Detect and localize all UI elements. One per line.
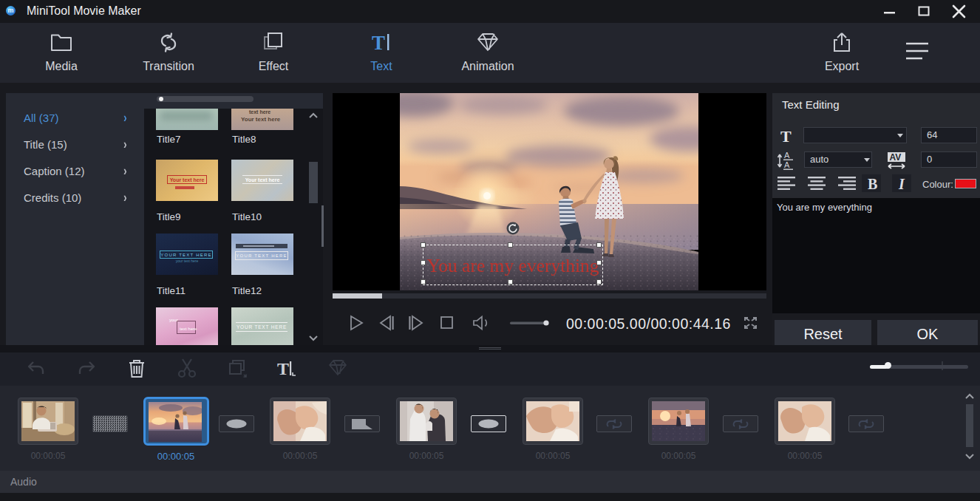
svg-text:T: T [277, 359, 289, 378]
svg-text:T: T [372, 32, 385, 54]
svg-text:A: A [784, 151, 790, 160]
svg-text:AV: AV [890, 152, 902, 163]
svg-text:A: A [784, 160, 790, 169]
